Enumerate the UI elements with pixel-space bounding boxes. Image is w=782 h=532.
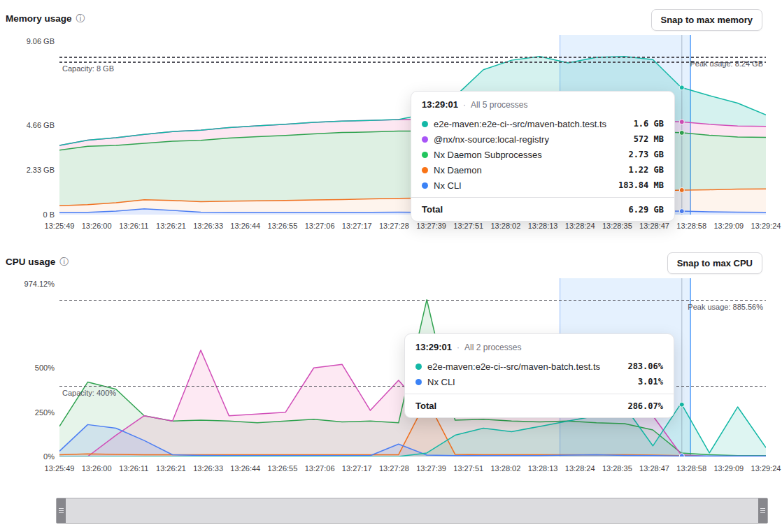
brush-left-handle[interactable]: [57, 498, 66, 523]
x-axis-tick: 13:26:33: [193, 464, 223, 473]
peak-usage-label: Peak usage: 8.24 GB: [690, 59, 763, 68]
x-axis-tick: 13:28:13: [528, 222, 558, 230]
x-axis-tick: 13:28:58: [676, 222, 706, 230]
grip-icon: [760, 510, 765, 511]
cpu-info-icon[interactable]: [59, 257, 69, 266]
tooltip-header: 13:29:01 · All 5 processes: [411, 92, 674, 115]
x-axis-tick: 13:29:24: [751, 464, 781, 473]
total-value: 286.07%: [627, 401, 663, 411]
time-range-brush[interactable]: [56, 498, 768, 524]
cpu-x-axis: 13:25:4913:26:0013:26:1113:26:2113:26:33…: [0, 464, 782, 475]
tooltip-time: 13:29:01: [415, 342, 452, 352]
snap-to-max-cpu-button[interactable]: Snap to max CPU: [667, 252, 762, 274]
capacity-label: Capacity: 400%: [62, 389, 116, 397]
resource-profiler-screen: Memory usage Snap to max memory Capacity…: [0, 0, 782, 532]
process-value: 572 MB: [634, 134, 664, 144]
x-axis-tick: 13:26:44: [230, 464, 260, 473]
capacity-label: Capacity: 8 GB: [62, 64, 114, 73]
y-axis-tick: 500%: [35, 364, 55, 372]
tooltip-header: 13:29:01 · All 2 processes: [405, 334, 674, 357]
memory-panel-header: Memory usage: [6, 13, 85, 24]
peak-usage-label: Peak usage: 885.56%: [688, 303, 763, 311]
total-label: Total: [415, 401, 436, 411]
peak-usage-line: [59, 300, 766, 301]
x-axis-tick: 13:27:51: [453, 464, 483, 473]
process-color-dot: [422, 121, 428, 127]
tooltip-subtitle: All 2 processes: [464, 343, 521, 352]
memory-panel-title: Memory usage: [6, 13, 72, 24]
x-axis-tick: 13:26:55: [268, 464, 298, 473]
grip-icon: [59, 510, 64, 511]
x-axis-tick: 13:28:13: [528, 464, 558, 473]
tooltip-process-row: e2e-maven:e2e-ci--src/maven-batch.test.t…: [411, 116, 674, 131]
total-label: Total: [422, 204, 443, 215]
process-name: e2e-maven:e2e-ci--src/maven-batch.test.t…: [427, 361, 600, 372]
tooltip-process-list: e2e-maven:e2e-ci--src/maven-batch.test.t…: [411, 115, 674, 197]
tooltip-process-row: Nx Daemon1.22 GB: [411, 162, 674, 178]
x-axis-tick: 13:27:51: [453, 222, 483, 230]
x-axis-tick: 13:27:17: [342, 222, 372, 230]
x-axis-tick: 13:29:24: [751, 222, 781, 230]
process-color-dot: [422, 152, 428, 158]
process-value: 2.73 GB: [628, 150, 664, 159]
process-color-dot: [422, 136, 428, 143]
cpu-panel-title: CPU usage: [6, 257, 55, 267]
tooltip-total-row: Total 286.07%: [405, 394, 674, 417]
tooltip-process-row: e2e-maven:e2e-ci--src/maven-batch.test.t…: [405, 359, 674, 374]
brush-selected-range[interactable]: [66, 498, 758, 523]
tooltip-process-row: @nx/nx-source:local-registry572 MB: [411, 131, 674, 147]
x-axis-tick: 13:26:55: [268, 222, 298, 230]
x-axis-tick: 13:26:44: [230, 222, 260, 230]
x-axis-tick: 13:28:35: [602, 464, 632, 473]
cpu-tooltip: 13:29:01 · All 2 processes e2e-maven:e2e…: [404, 333, 674, 418]
memory-info-icon[interactable]: [76, 14, 85, 23]
x-axis-tick: 13:25:49: [45, 464, 75, 473]
process-name: Nx Daemon: [434, 165, 482, 175]
cpu-panel-header: CPU usage: [6, 257, 69, 267]
process-name: e2e-maven:e2e-ci--src/maven-batch.test.t…: [434, 119, 606, 129]
x-axis-tick: 13:28:58: [676, 464, 706, 473]
x-axis-tick: 13:26:11: [119, 222, 148, 230]
y-axis-tick: 2.33 GB: [27, 166, 55, 174]
x-axis-tick: 13:27:17: [342, 464, 372, 473]
peak-usage-line: [59, 57, 766, 58]
process-name: Nx CLI: [427, 377, 455, 387]
process-color-dot: [422, 182, 428, 189]
x-axis-tick: 13:26:21: [156, 222, 186, 230]
process-value: 283.06%: [627, 361, 663, 371]
x-axis-tick: 13:28:02: [490, 222, 520, 230]
tooltip-subtitle: All 5 processes: [471, 100, 527, 110]
tooltip-process-row: Nx Daemon Subprocesses2.73 GB: [411, 147, 674, 162]
tooltip-process-row: Nx CLI3.01%: [405, 374, 674, 389]
x-axis-tick: 13:27:06: [305, 222, 335, 230]
memory-x-axis: 13:25:4913:26:0013:26:1113:26:2113:26:33…: [0, 222, 782, 233]
y-axis-tick: 4.66 GB: [27, 121, 55, 129]
capacity-line: [59, 62, 766, 63]
x-axis-tick: 13:25:49: [45, 222, 75, 230]
x-axis-tick: 13:28:47: [639, 464, 669, 473]
y-axis-tick: 9.06 GB: [27, 37, 55, 45]
x-axis-tick: 13:28:24: [565, 222, 595, 230]
x-axis-tick: 13:28:24: [565, 464, 595, 473]
tooltip-time: 13:29:01: [422, 99, 458, 110]
x-axis-tick: 13:27:39: [416, 464, 446, 473]
snap-to-max-memory-button[interactable]: Snap to max memory: [651, 9, 763, 31]
process-value: 1.22 GB: [628, 165, 664, 175]
process-name: Nx Daemon Subprocesses: [434, 150, 542, 160]
brush-right-handle[interactable]: [758, 498, 767, 523]
process-value: 3.01%: [638, 377, 663, 387]
process-name: Nx CLI: [434, 180, 462, 191]
x-axis-tick: 13:27:06: [305, 464, 335, 473]
tooltip-separator: ·: [463, 100, 466, 110]
memory-tooltip: 13:29:01 · All 5 processes e2e-maven:e2e…: [411, 91, 675, 222]
x-axis-tick: 13:28:02: [490, 464, 520, 473]
x-axis-tick: 13:28:47: [639, 222, 669, 230]
process-color-dot: [415, 364, 422, 370]
x-axis-tick: 13:26:33: [193, 222, 223, 230]
process-color-dot: [422, 167, 428, 173]
x-axis-tick: 13:28:35: [602, 222, 632, 230]
x-axis-tick: 13:26:00: [82, 464, 112, 473]
x-axis-tick: 13:29:09: [713, 222, 744, 230]
x-axis-tick: 13:27:28: [379, 222, 409, 230]
x-axis-tick: 13:26:21: [156, 464, 186, 473]
